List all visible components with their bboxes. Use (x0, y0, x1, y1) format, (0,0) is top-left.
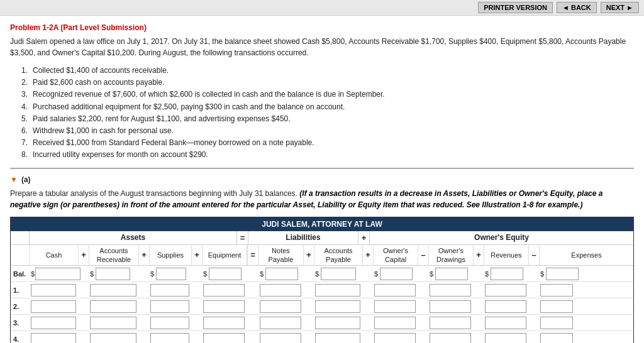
row2-equipment-input[interactable] (203, 300, 245, 313)
row3-accounts-payable-input[interactable] (315, 317, 360, 329)
table-section-headers: Assets = Liabilities + Owner's Equity (11, 231, 633, 245)
row3-notes-payable-input[interactable] (260, 317, 301, 329)
table-title: JUDI SALEM, ATTORNEY AT LAW (11, 217, 633, 231)
bal-ar-input[interactable] (96, 268, 130, 280)
row4-accounts-payable-input[interactable] (315, 333, 360, 343)
dollar-sign: $ (90, 270, 94, 278)
row4-equipment-input[interactable] (203, 333, 245, 343)
top-bar: PRINTER VERSION ◄ BACK NEXT ► (0, 0, 644, 16)
row1-expenses-input[interactable] (540, 284, 573, 297)
owners-drawings-col-header: Owner'sDrawings (428, 245, 474, 266)
row2-cash-input[interactable] (31, 300, 76, 313)
equity-header: Owner's Equity (370, 231, 633, 244)
bal-accounts-payable-input[interactable] (321, 268, 356, 280)
row1-owners-capital-input[interactable] (374, 284, 416, 297)
transaction-list: 1.Collected $1,400 of accounts receivabl… (16, 65, 634, 161)
row3-cash-input[interactable] (31, 317, 76, 329)
equals-op: = (247, 245, 258, 266)
row-label-4: 4. (11, 335, 30, 343)
owners-capital-col-header: Owner'sCapital (373, 245, 418, 266)
row2-owners-capital-input[interactable] (374, 300, 416, 313)
plus-op-5: + (363, 245, 373, 266)
item-text: Collected $1,400 of accounts receivable. (33, 65, 169, 77)
row1-supplies-input[interactable] (150, 284, 189, 297)
row3-expenses-input[interactable] (540, 317, 573, 329)
row1-equipment-cell (202, 283, 247, 298)
row2-ar-input[interactable] (90, 300, 136, 313)
next-button[interactable]: NEXT ► (601, 2, 639, 13)
row4-owners-drawings-cell (428, 332, 474, 343)
dollar-sign: $ (374, 270, 378, 278)
row3-supplies-cell (149, 315, 192, 330)
row3-equipment-input[interactable] (203, 317, 245, 329)
plus-op-2: + (139, 245, 149, 266)
bal-owners-capital-input[interactable] (380, 268, 413, 280)
row3-supplies-input[interactable] (150, 317, 189, 329)
row3-owners-capital-input[interactable] (374, 317, 416, 329)
bal-accounts-payable-cell: $ (314, 266, 363, 281)
row3-equipment-cell (202, 315, 247, 330)
instructions: Prepare a tabular analysis of the August… (10, 188, 634, 210)
liabilities-header: Liabilities (248, 231, 358, 244)
row2-equipment-cell (202, 299, 247, 314)
dollar-sign: $ (315, 270, 319, 278)
back-button[interactable]: ◄ BACK (557, 2, 597, 13)
data-rows-container: 1.2.3.4.5.Screenshot (11, 282, 633, 343)
item-text: Paid $2,600 cash on accounts payable. (33, 77, 164, 89)
item-text: Paid salaries $2,200, rent for August $1… (33, 113, 291, 125)
bal-expenses-input[interactable] (546, 268, 579, 280)
row4-equipment-cell (202, 332, 247, 343)
bal-equipment-input[interactable] (209, 268, 242, 280)
row1-revenues-input[interactable] (485, 284, 526, 297)
instructions-plain: Prepare a tabular analysis of the August… (10, 189, 299, 198)
row4-owners-drawings-input[interactable] (430, 333, 471, 343)
row1-cash-input[interactable] (31, 284, 76, 297)
row2-accounts-payable-input[interactable] (315, 300, 360, 313)
bal-revenues-input[interactable] (491, 268, 523, 280)
row3-ar-input[interactable] (90, 317, 136, 329)
assets-header: Assets (30, 231, 237, 244)
problem-title: Problem 1-2A (Part Level Submission) (10, 23, 634, 32)
bal-ar-cell: $ (89, 266, 139, 281)
row2-revenues-input[interactable] (485, 300, 526, 313)
bal-owners-drawings-input[interactable] (435, 268, 468, 280)
equals-header: = (237, 231, 248, 244)
row4-ar-input[interactable] (90, 333, 136, 343)
row1-accounts-payable-input[interactable] (315, 284, 360, 297)
row2-notes-payable-input[interactable] (260, 300, 301, 313)
row1-owners-capital-cell (373, 283, 418, 298)
row-1: 1. (11, 282, 633, 298)
bal-cash-input[interactable] (35, 268, 80, 280)
row4-notes-payable-input[interactable] (260, 333, 301, 343)
row4-owners-capital-input[interactable] (374, 333, 416, 343)
row1-owners-drawings-input[interactable] (430, 284, 471, 297)
row1-notes-payable-input[interactable] (260, 284, 301, 297)
bal-notes-payable-input[interactable] (265, 268, 298, 280)
row2-cash-cell (30, 299, 79, 314)
row2-expenses-input[interactable] (540, 300, 573, 313)
list-item: 8.Incurred utility expenses for month on… (16, 149, 634, 161)
item-num: 1. (16, 65, 28, 77)
supplies-col-header: Supplies (149, 245, 192, 266)
revenues-col-header: Revenues (484, 245, 529, 266)
item-num: 8. (16, 149, 28, 161)
row4-supplies-input[interactable] (150, 333, 189, 343)
row4-cash-input[interactable] (31, 333, 76, 343)
row4-expenses-input[interactable] (540, 333, 573, 343)
row2-owners-drawings-input[interactable] (430, 300, 471, 313)
row1-ar-input[interactable] (90, 284, 136, 297)
dollar-sign: $ (150, 270, 154, 278)
row4-notes-payable-cell (258, 332, 304, 343)
row3-revenues-input[interactable] (485, 317, 526, 329)
row3-owners-capital-cell (373, 315, 418, 330)
row2-supplies-cell (149, 299, 192, 314)
item-text: Purchased additional equipment for $2,50… (33, 101, 345, 113)
bal-supplies-input[interactable] (156, 268, 186, 280)
row2-supplies-input[interactable] (150, 300, 189, 313)
printer-version-button[interactable]: PRINTER VERSION (478, 2, 553, 13)
row1-equipment-input[interactable] (203, 284, 245, 297)
row4-revenues-input[interactable] (485, 333, 526, 343)
plus-header: + (358, 231, 370, 244)
row3-owners-drawings-input[interactable] (430, 317, 471, 329)
section-a-label: (a) (21, 175, 31, 184)
